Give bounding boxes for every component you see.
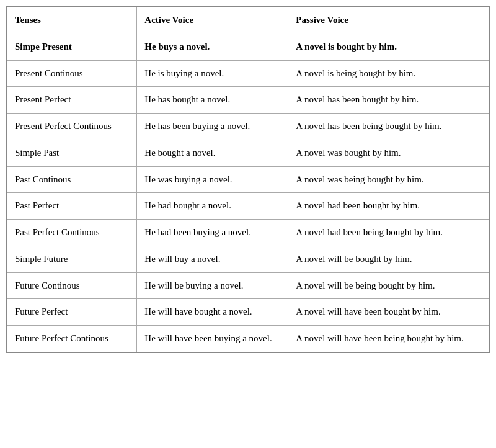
passive-voice-cell: A novel is being bought by him. bbox=[288, 60, 489, 87]
tense-cell: Simpe Present bbox=[7, 34, 137, 60]
passive-voice-cell: A novel will have been being bought by h… bbox=[288, 326, 489, 352]
tense-cell: Present Perfect Continous bbox=[7, 114, 137, 140]
active-voice-cell: He will be buying a novel. bbox=[137, 272, 288, 299]
passive-voice-cell: A novel has been being bought by him. bbox=[288, 114, 489, 140]
active-voice-cell: He buys a novel. bbox=[137, 34, 288, 60]
active-voice-cell: He had bought a novel. bbox=[137, 193, 288, 220]
grammar-table: Tenses Active Voice Passive Voice Simpe … bbox=[6, 6, 490, 353]
table-row: Present ContinousHe is buying a novel.A … bbox=[7, 60, 489, 87]
passive-voice-cell: A novel was bought by him. bbox=[288, 140, 489, 166]
tense-cell: Simple Future bbox=[7, 246, 137, 272]
active-voice-cell: He is buying a novel. bbox=[137, 60, 288, 87]
header-passive-voice: Passive Voice bbox=[288, 7, 489, 34]
table-header-row: Tenses Active Voice Passive Voice bbox=[7, 7, 489, 34]
passive-voice-cell: A novel will be being bought by him. bbox=[288, 272, 489, 299]
table-row: Future PerfectHe will have bought a nove… bbox=[7, 299, 489, 326]
active-voice-cell: He bought a novel. bbox=[137, 140, 288, 166]
active-voice-cell: He will have bought a novel. bbox=[137, 299, 288, 326]
table-row: Simple PastHe bought a novel.A novel was… bbox=[7, 140, 489, 166]
header-active-voice: Active Voice bbox=[137, 7, 288, 34]
tense-cell: Past Continous bbox=[7, 166, 137, 193]
tense-cell: Future Perfect bbox=[7, 299, 137, 326]
passive-voice-cell: A novel is bought by him. bbox=[288, 34, 489, 60]
tense-cell: Past Perfect bbox=[7, 193, 137, 220]
passive-voice-cell: A novel had been being bought by him. bbox=[288, 220, 489, 246]
passive-voice-cell: A novel has been bought by him. bbox=[288, 87, 489, 114]
tense-cell: Present Perfect bbox=[7, 87, 137, 114]
table-row: Future Perfect ContinousHe will have bee… bbox=[7, 326, 489, 352]
tense-cell: Future Continous bbox=[7, 272, 137, 299]
active-voice-cell: He has bought a novel. bbox=[137, 87, 288, 114]
active-voice-cell: He has been buying a novel. bbox=[137, 114, 288, 140]
table-row: Past PerfectHe had bought a novel.A nove… bbox=[7, 193, 489, 220]
passive-voice-cell: A novel will be bought by him. bbox=[288, 246, 489, 272]
passive-voice-cell: A novel had been bought by him. bbox=[288, 193, 489, 220]
passive-voice-cell: A novel will have been bought by him. bbox=[288, 299, 489, 326]
active-voice-cell: He had been buying a novel. bbox=[137, 220, 288, 246]
header-tenses: Tenses bbox=[7, 7, 137, 34]
table-row: Past Perfect ContinousHe had been buying… bbox=[7, 220, 489, 246]
tense-cell: Simple Past bbox=[7, 140, 137, 166]
active-voice-cell: He will buy a novel. bbox=[137, 246, 288, 272]
tense-cell: Present Continous bbox=[7, 60, 137, 87]
table-row: Future ContinousHe will be buying a nove… bbox=[7, 272, 489, 299]
tense-cell: Future Perfect Continous bbox=[7, 326, 137, 352]
table-row: Present Perfect ContinousHe has been buy… bbox=[7, 114, 489, 140]
table-row: Simpe PresentHe buys a novel.A novel is … bbox=[7, 34, 489, 60]
table-row: Present PerfectHe has bought a novel.A n… bbox=[7, 87, 489, 114]
table-row: Past ContinousHe was buying a novel.A no… bbox=[7, 166, 489, 193]
active-voice-cell: He will have been buying a novel. bbox=[137, 326, 288, 352]
active-voice-cell: He was buying a novel. bbox=[137, 166, 288, 193]
table-row: Simple FutureHe will buy a novel.A novel… bbox=[7, 246, 489, 272]
tense-cell: Past Perfect Continous bbox=[7, 220, 137, 246]
passive-voice-cell: A novel was being bought by him. bbox=[288, 166, 489, 193]
